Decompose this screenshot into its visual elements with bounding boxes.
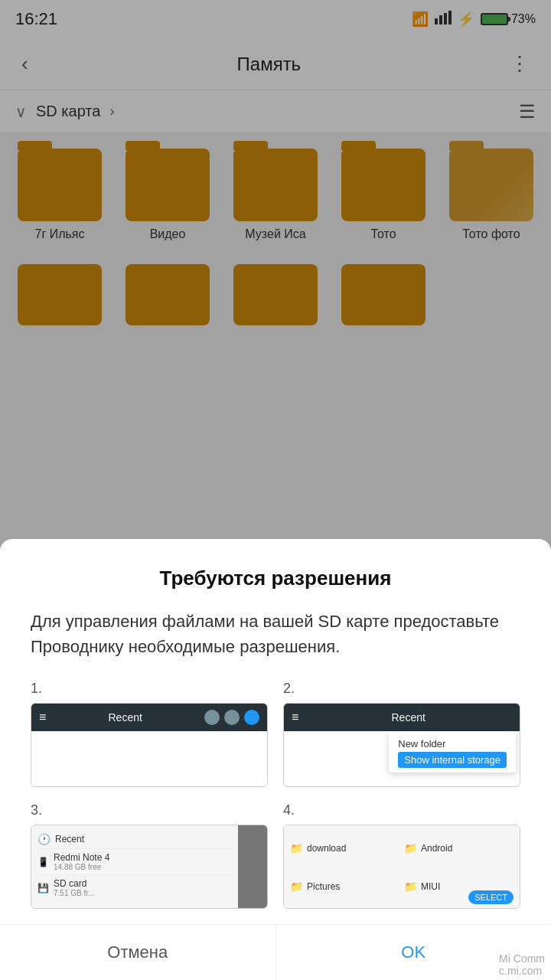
step1-title: Recent — [52, 711, 198, 724]
dialog-body: Для управления файлами на вашей SD карте… — [31, 609, 520, 659]
step-1: 1. ≡ Recent — [31, 681, 268, 787]
step4-android-label: Android — [421, 843, 452, 854]
step4-android: 📁 Android — [404, 831, 514, 865]
step3-recent-icon: 🕐 — [37, 833, 51, 845]
step3-recent-label: Recent — [55, 834, 84, 844]
step-3: 3. 🕐 Recent 📱 Redmi Note 4 1 — [31, 802, 268, 909]
step-2-image: ≡ Recent New folder Show internal storag… — [283, 703, 520, 787]
watermark: Mi Comm c.mi.com — [493, 949, 551, 980]
step2-dropdown: New folder Show internal storage — [389, 731, 516, 773]
step1-icon3 — [244, 710, 259, 725]
step-3-image: 🕐 Recent 📱 Redmi Note 4 14.88 GB free — [31, 825, 268, 909]
step3-row-redmi: 📱 Redmi Note 4 14.88 GB free — [37, 849, 261, 875]
step4-folder-icon: 📁 — [404, 842, 417, 854]
step4-folder-icon: 📁 — [404, 880, 417, 893]
step3-sd-sub: 7.51 GB fr... — [54, 889, 94, 897]
step3-row-sdcard: 💾 SD card 7.51 GB fr... — [37, 875, 261, 900]
step3-scrollbar — [238, 825, 267, 908]
step4-download-label: download — [307, 843, 346, 854]
step-1-num: 1. — [31, 681, 268, 697]
step-2: 2. ≡ Recent New folder Show internal sto… — [283, 681, 520, 787]
step2-new-folder: New folder — [398, 736, 507, 752]
step1-icon1 — [204, 710, 220, 725]
cancel-button[interactable]: Отмена — [0, 925, 276, 980]
step2-title: Recent — [305, 711, 512, 724]
step-4-num: 4. — [283, 802, 520, 818]
steps-grid: 1. ≡ Recent — [31, 681, 520, 909]
step4-pictures-label: Pictures — [307, 881, 340, 892]
step-4: 4. 📁 download 📁 Android — [283, 802, 520, 909]
step1-menu-icon: ≡ — [39, 710, 46, 724]
step2-menu-icon: ≡ — [292, 710, 298, 724]
step4-select-button: SELECT — [468, 890, 514, 904]
step-4-image: 📁 download 📁 Android 📁 Pictures — [283, 825, 520, 909]
step3-sd-label: SD card — [54, 878, 94, 889]
step-1-image: ≡ Recent — [31, 703, 268, 787]
step3-sd-icon: 💾 — [37, 883, 49, 893]
step4-pictures: 📁 Pictures — [290, 870, 399, 903]
dialog-content: Требуются разрешения Для управления файл… — [0, 539, 551, 909]
dialog-footer: Отмена OK — [0, 924, 551, 980]
step4-miui-label: MIUI — [421, 881, 440, 892]
step4-folder-icon: 📁 — [290, 880, 303, 893]
step1-icon2 — [224, 710, 240, 725]
step3-redmi-label: Redmi Note 4 — [54, 852, 109, 863]
step-3-num: 3. — [31, 802, 268, 818]
dialog-overlay: Требуются разрешения Для управления файл… — [0, 0, 551, 980]
dialog-title: Требуются разрешения — [31, 567, 520, 590]
step-2-num: 2. — [283, 681, 520, 697]
step2-show-internal: Show internal storage — [398, 752, 507, 768]
step3-redmi-sub: 14.88 GB free — [54, 863, 109, 871]
step3-phone-icon: 📱 — [37, 857, 49, 867]
step3-row-recent: 🕐 Recent — [37, 830, 261, 849]
dialog: Требуются разрешения Для управления файл… — [0, 539, 551, 980]
step4-folder-icon: 📁 — [290, 842, 303, 854]
step4-download: 📁 download — [290, 831, 399, 865]
